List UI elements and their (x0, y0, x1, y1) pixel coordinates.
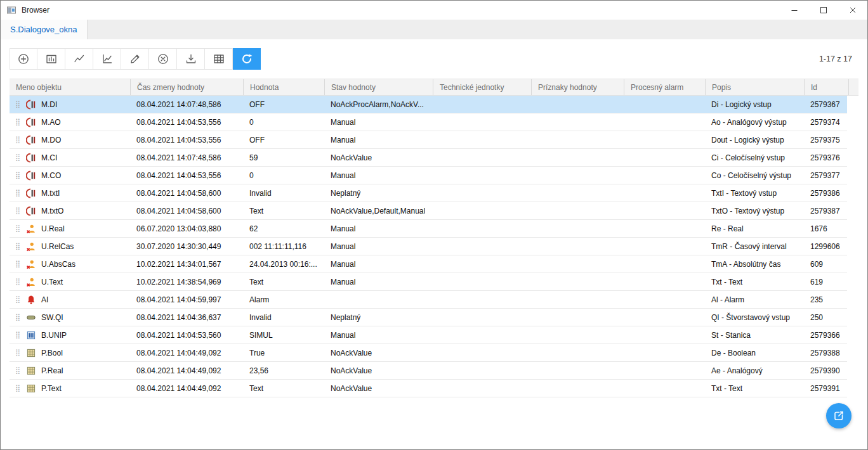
change-time: 08.04.2021 14:04:53,556 (130, 167, 243, 184)
table-row[interactable]: ⣿ U.Text 10.02.2021 14:38:54,969 Text Ma… (10, 273, 847, 291)
table-header-spacer (848, 79, 860, 95)
value-flags (531, 255, 624, 273)
table-row[interactable]: ⣿ M.DO 08.04.2021 14:04:53,556 OFF Manua… (10, 131, 847, 149)
technical-units (433, 167, 531, 184)
drag-handle-icon[interactable]: ⣿ (12, 153, 23, 162)
column-header-popis[interactable]: Popis (705, 79, 804, 95)
column-header-stav-hodnoty[interactable]: Stav hodnoty (324, 79, 433, 95)
table-row[interactable]: ⣿ AI 08.04.2021 14:04:59,997 Alarm Al - … (10, 291, 847, 309)
refresh-button[interactable] (233, 48, 261, 70)
trend-button[interactable] (65, 48, 93, 70)
edit-button[interactable] (121, 48, 149, 70)
drag-handle-icon[interactable]: ⣿ (12, 224, 23, 233)
table-row[interactable]: ⣿ SW.QI 08.04.2021 14:04:36,637 Invalid … (10, 309, 847, 326)
description: St - Stanica (705, 326, 804, 344)
table-row[interactable]: ⣿ P.Real 08.04.2021 14:04:49,092 23,56 N… (10, 362, 847, 380)
table-row[interactable]: ⣿ P.Bool 08.04.2021 14:04:49,092 True No… (10, 344, 847, 362)
process-alarm (624, 96, 705, 113)
technical-units (433, 96, 531, 113)
drag-handle-icon[interactable]: ⣿ (12, 331, 23, 339)
minimize-icon (791, 7, 798, 13)
column-header-meno-objektu[interactable]: Meno objektu (10, 79, 130, 95)
value-status: Manual (324, 131, 433, 148)
open-new-icon (832, 409, 845, 422)
drag-handle-icon[interactable]: ⣿ (12, 278, 23, 286)
drag-handle-icon[interactable]: ⣿ (12, 295, 23, 304)
object-name: P.Text (41, 384, 62, 393)
drag-handle-icon[interactable]: ⣿ (12, 136, 23, 144)
drag-handle-icon[interactable]: ⣿ (12, 207, 23, 215)
minimize-button[interactable] (780, 1, 809, 20)
export-button[interactable] (826, 403, 852, 428)
drag-handle-icon[interactable]: ⣿ (12, 260, 23, 268)
value-status: NoAckValue,Default,Manual (324, 202, 433, 219)
process-alarm (624, 344, 705, 361)
drag-handle-icon[interactable]: ⣿ (12, 242, 23, 250)
column-header-cas-zmeny-hodnoty[interactable]: Čas zmeny hodnoty (130, 79, 243, 95)
value: Invalid (243, 184, 324, 202)
column-header-priznaky-hodnoty[interactable]: Príznaky hodnoty (531, 79, 624, 95)
column-header-hodnota[interactable]: Hodnota (243, 79, 324, 95)
table-row[interactable]: ⣿ U.Real 06.07.2020 13:04:03,880 62 Manu… (10, 220, 847, 238)
table-row[interactable]: ⣿ U.AbsCas 10.02.2021 14:34:01,567 24.04… (10, 255, 847, 273)
column-header-id[interactable]: Id (804, 79, 848, 95)
table-view-button[interactable] (205, 48, 233, 70)
description: De - Boolean (705, 344, 804, 361)
table-row[interactable]: ⣿ M.DI 08.04.2021 14:07:48,586 OFF NoAck… (10, 96, 847, 113)
add-button[interactable] (10, 48, 37, 70)
object-id: 2579386 (804, 184, 848, 202)
table-row[interactable]: ⣿ M.txtI 08.04.2021 14:04:58,600 Invalid… (10, 184, 847, 202)
table-row[interactable]: ⣿ P.Text 08.04.2021 14:04:49,092 Text No… (10, 380, 847, 397)
change-time: 08.04.2021 14:04:53,556 (130, 113, 243, 131)
object-panel-button[interactable] (37, 48, 65, 70)
change-time: 30.07.2020 14:30:30,449 (130, 238, 243, 255)
delete-button[interactable] (149, 48, 177, 70)
drag-handle-icon[interactable]: ⣿ (12, 100, 23, 108)
table-row[interactable]: ⣿ M.CO 08.04.2021 14:04:53,556 0 Manual … (10, 167, 847, 184)
drag-handle-icon[interactable]: ⣿ (12, 366, 23, 375)
object-name-cell: ⣿ M.txtO (10, 202, 130, 219)
maximize-icon (820, 7, 827, 13)
object-name: M.AO (41, 118, 61, 127)
download-button[interactable] (177, 48, 205, 70)
table-row[interactable]: ⣿ U.RelCas 30.07.2020 14:30:30,449 002 1… (10, 238, 847, 255)
cancel-icon (157, 53, 169, 65)
value: OFF (243, 131, 324, 148)
value-flags (531, 149, 624, 166)
column-header-procesny-alarm[interactable]: Procesný alarm (624, 79, 705, 95)
value: Text (243, 273, 324, 290)
technical-units (433, 184, 531, 202)
table-body: ⣿ M.DI 08.04.2021 14:07:48,586 OFF NoAck… (10, 96, 858, 397)
maximize-button[interactable] (809, 1, 838, 20)
browser-window: Browser S.Dialogove_okna 1-17 z 17 (0, 0, 868, 450)
alarm-bell-icon (26, 295, 36, 305)
column-header-technicke-jednotky[interactable]: Technické jednotky (433, 79, 531, 95)
drag-handle-icon[interactable]: ⣿ (12, 349, 23, 357)
drag-handle-icon[interactable]: ⣿ (12, 313, 23, 321)
process-alarm (624, 291, 705, 308)
table-row[interactable]: ⣿ M.txtO 08.04.2021 14:04:58,600 Text No… (10, 202, 847, 220)
object-name-cell: ⣿ M.DI (10, 96, 130, 113)
change-time: 08.04.2021 14:04:49,092 (130, 344, 243, 361)
object-name-cell: ⣿ U.AbsCas (10, 255, 130, 273)
change-time: 08.04.2021 14:04:58,600 (130, 202, 243, 219)
table-row[interactable]: ⣿ M.CI 08.04.2021 14:07:48,586 59 NoAckV… (10, 149, 847, 167)
trend-axes-button[interactable] (93, 48, 121, 70)
process-alarm (624, 309, 705, 326)
table-row[interactable]: ⣿ M.AO 08.04.2021 14:04:53,556 0 Manual … (10, 113, 847, 131)
close-button[interactable] (838, 1, 867, 20)
value-status: Manual (324, 113, 433, 131)
object-id: 619 (804, 273, 848, 290)
tab-dialogove-okna[interactable]: S.Dialogove_okna (1, 20, 88, 39)
change-time: 10.02.2021 14:38:54,969 (130, 273, 243, 290)
value-flags (531, 202, 624, 219)
object-name: M.DI (41, 100, 57, 109)
table-row[interactable]: ⣿ B.UNIP 08.04.2021 14:04:53,560 SIMUL M… (10, 326, 847, 344)
object-name: U.RelCas (41, 242, 74, 251)
drag-handle-icon[interactable]: ⣿ (12, 171, 23, 179)
object-id: 2579376 (804, 149, 848, 166)
drag-handle-icon[interactable]: ⣿ (12, 189, 23, 197)
drag-handle-icon[interactable]: ⣿ (12, 118, 23, 126)
drag-handle-icon[interactable]: ⣿ (12, 384, 23, 392)
technical-units (433, 149, 531, 166)
